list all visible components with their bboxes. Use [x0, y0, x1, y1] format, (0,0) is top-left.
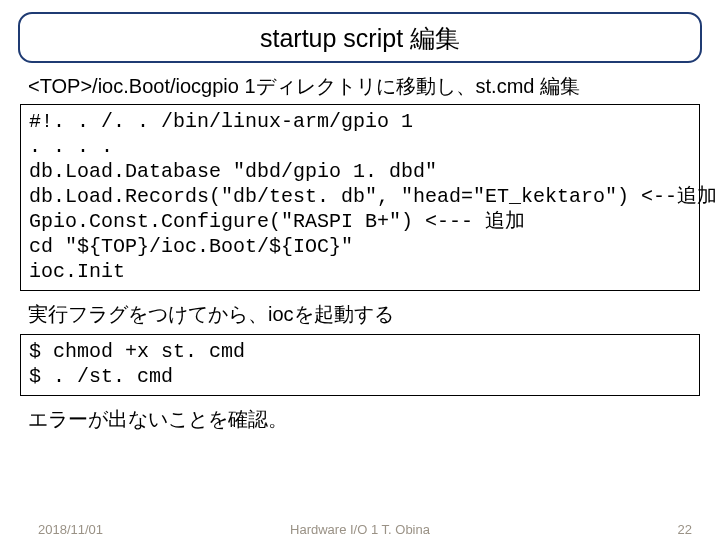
slide-title: startup script 編集: [18, 12, 702, 63]
footer-center: Hardware I/O 1 T. Obina: [0, 522, 720, 537]
code-block-shell: $ chmod +x st. cmd $ . /st. cmd: [20, 334, 700, 396]
instruction-2: 実行フラグをつけてから、iocを起動する: [28, 301, 702, 328]
footer-pagenum: 22: [678, 522, 692, 537]
instruction-3: エラーが出ないことを確認。: [28, 406, 702, 433]
instruction-1: <TOP>/ioc.Boot/iocgpio 1ディレクトリに移動し、st.cm…: [28, 73, 702, 100]
slide-page: startup script 編集 <TOP>/ioc.Boot/iocgpio…: [0, 0, 720, 540]
code-block-stcmd: #!. . /. . /bin/linux-arm/gpio 1 . . . .…: [20, 104, 700, 291]
